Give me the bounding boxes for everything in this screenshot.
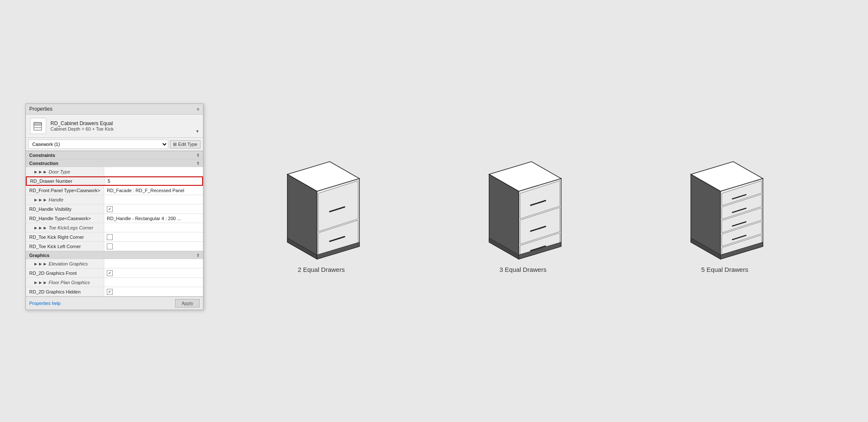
panel-header: RD_Cabinet Drawers Equal Cabinet Depth =… [26, 115, 203, 138]
section-graphics: Graphics ⇑ [26, 251, 203, 259]
handle-type-value: RD_Handle - Rectangular 4 : 200 ... [104, 214, 203, 223]
toe-kick-left-value[interactable] [104, 242, 203, 251]
drawer-number-input[interactable] [108, 179, 200, 184]
toe-kick-right-checkbox[interactable] [107, 234, 113, 240]
properties-help-link[interactable]: Properties help [29, 301, 61, 306]
drawer-number-value[interactable] [105, 177, 202, 185]
cabinet-item-3-drawers: 3 Equal Drawers [476, 149, 570, 273]
row-toe-kick-right: RD_Toe Kick Right Corner [26, 232, 203, 242]
2d-graphics-front-label: RD_2D Graphics Front [26, 268, 104, 277]
2d-graphics-front-checkbox[interactable]: ✓ [107, 270, 113, 276]
2d-graphics-hidden-value[interactable]: ✓ [104, 287, 203, 296]
row-door-type: ►►► Door Type [26, 167, 203, 176]
header-info: RD_Cabinet Drawers Equal Cabinet Depth =… [50, 120, 192, 131]
cabinet-item-5-drawers: 5 Equal Drawers [678, 149, 771, 273]
handle-group-label: ►►► Handle [26, 195, 104, 204]
panel-footer: Properties help Apply [26, 296, 203, 310]
row-2d-graphics-hidden: RD_2D Graphics Hidden ✓ [26, 287, 203, 296]
panel-titlebar: Properties × [26, 104, 203, 115]
toe-kick-right-value[interactable] [104, 232, 203, 241]
constraints-collapse-icon[interactable]: ⇑ [196, 153, 200, 158]
row-floor-plan-graphics-group: ►►► Floor Plan Graphics [26, 278, 203, 287]
edit-type-icon: ⊞ [173, 142, 177, 147]
cabinet-item-2-drawers: 2 Equal Drawers [275, 149, 368, 273]
front-panel-type-label: RD_Front Panel Type<Casework> [26, 186, 104, 195]
elevation-graphics-group-label: ►►► Elevation Graphics [26, 259, 104, 268]
graphics-collapse-icon[interactable]: ⇑ [196, 253, 200, 258]
handle-visibility-value[interactable]: ✓ [104, 204, 203, 213]
properties-panel: Properties × RD_Cabinet Drawers Equal Ca… [25, 103, 203, 310]
handle-visibility-label: RD_Handle Visibility [26, 204, 104, 213]
cabinet-svg-5-drawers [678, 149, 771, 259]
section-construction-label: Construction [29, 161, 58, 166]
toe-kick-left-label: RD_Toe Kick Left Corner [26, 242, 104, 251]
handle-group-value [104, 195, 203, 204]
cabinet-svg-3-drawers [476, 149, 570, 259]
row-handle-type: RD_Handle Type<Casework> RD_Handle - Rec… [26, 214, 203, 223]
edit-type-label: Edit Type [178, 142, 198, 147]
cabinet-label-2: 2 Equal Drawers [298, 266, 345, 273]
2d-graphics-hidden-checkbox[interactable]: ✓ [107, 289, 113, 295]
handle-visibility-checkbox[interactable]: ✓ [107, 206, 113, 212]
apply-button[interactable]: Apply [175, 299, 200, 307]
row-toe-kick-group: ►►► Toe Kick/Legs Corner [26, 223, 203, 232]
panel-title: Properties [29, 106, 53, 112]
toe-kick-right-label: RD_Toe Kick Right Corner [26, 232, 104, 241]
2d-graphics-hidden-label: RD_2D Graphics Hidden [26, 287, 104, 296]
row-toe-kick-left: RD_Toe Kick Left Corner [26, 242, 203, 251]
component-sub: Cabinet Depth = 60 + Toe Kick [50, 126, 192, 131]
2d-graphics-front-value[interactable]: ✓ [104, 268, 203, 277]
row-2d-graphics-front: RD_2D Graphics Front ✓ [26, 268, 203, 278]
properties-table: Constraints ⇑ Construction ⇑ ►►► Door Ty… [26, 151, 203, 296]
construction-collapse-icon[interactable]: ⇑ [196, 161, 200, 166]
front-panel-type-value: RD_Facade : RD_F_Recessed Panel [104, 186, 203, 195]
drawer-number-label: RD_Drawer Number [27, 177, 105, 185]
row-front-panel-type: RD_Front Panel Type<Casework> RD_Facade … [26, 186, 203, 195]
elevation-graphics-group-value [104, 259, 203, 268]
component-name: RD_Cabinet Drawers Equal [50, 120, 192, 126]
cabinet-label-5: 5 Equal Drawers [701, 266, 748, 273]
row-elevation-graphics-group: ►►► Elevation Graphics [26, 259, 203, 268]
cabinet-icon-svg [32, 120, 44, 132]
type-selector-row: Casework (1) ⊞ Edit Type [26, 138, 203, 151]
cabinet-thumbnail [30, 118, 46, 134]
header-dropdown[interactable]: ▾ [196, 129, 199, 134]
floor-plan-graphics-group-value [104, 278, 203, 287]
section-construction: Construction ⇑ [26, 159, 203, 167]
toe-kick-group-value [104, 223, 203, 232]
section-constraints: Constraints ⇑ [26, 151, 203, 159]
cabinet-svg-2-drawers [275, 149, 368, 259]
edit-type-button[interactable]: ⊞ Edit Type [170, 140, 200, 148]
row-drawer-number: RD_Drawer Number [26, 176, 203, 186]
floor-plan-graphics-group-label: ►►► Floor Plan Graphics [26, 278, 104, 287]
type-dropdown[interactable]: Casework (1) [28, 140, 168, 149]
close-button[interactable]: × [196, 106, 200, 112]
toe-kick-group-label: ►►► Toe Kick/Legs Corner [26, 223, 104, 232]
toe-kick-left-checkbox[interactable] [107, 243, 113, 249]
handle-type-label: RD_Handle Type<Casework> [26, 214, 104, 223]
door-type-value [104, 167, 203, 176]
section-graphics-label: Graphics [29, 253, 50, 258]
svg-rect-1 [34, 123, 42, 125]
row-handle-visibility: RD_Handle Visibility ✓ [26, 204, 203, 214]
main-container: Properties × RD_Cabinet Drawers Equal Ca… [0, 0, 868, 422]
cabinets-area: 2 Equal Drawers [203, 149, 843, 273]
row-handle-group: ►►► Handle [26, 195, 203, 204]
door-type-label: ►►► Door Type [26, 167, 104, 176]
cabinet-label-3: 3 Equal Drawers [500, 266, 547, 273]
section-constraints-label: Constraints [29, 153, 55, 158]
